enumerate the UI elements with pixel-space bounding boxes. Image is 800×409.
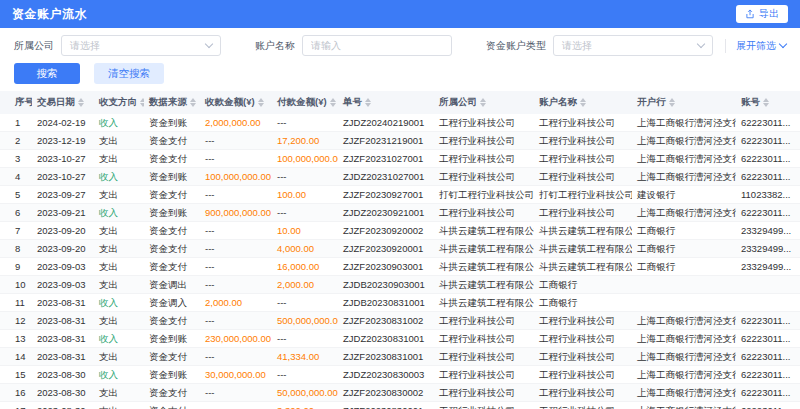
cell-direction: 收入 (94, 168, 144, 186)
sort-caret-icon[interactable] (330, 98, 336, 107)
cell-company: 工程行业科技公司 (434, 132, 534, 150)
cell-company: 打钉工程行业科技公司 (434, 186, 534, 204)
cell-account-no: 62223011... (736, 204, 800, 222)
cell-source: 资金支付 (144, 402, 200, 409)
cell-bank (632, 276, 736, 294)
cell-receipt-amount: --- (200, 312, 272, 330)
sort-caret-icon[interactable] (763, 98, 769, 107)
chevron-down-icon (779, 40, 787, 48)
cell-direction: 支出 (94, 402, 144, 409)
table-row: 72023-09-20支出资金支付---10.00ZJZF20230920002… (0, 222, 800, 240)
cell-company: 工程行业科技公司 (434, 402, 534, 409)
cell-account-name: 斗拱云建筑工程有限公司 (534, 240, 632, 258)
table-row: 12024-02-19收入资金到账2,000,000.00---ZJDZ2024… (0, 114, 800, 132)
export-button[interactable]: 导出 (736, 5, 788, 23)
column-header-company[interactable]: 所属公司 (434, 91, 534, 114)
search-button[interactable]: 搜索 (14, 63, 80, 84)
cell-payment-amount: 500,000,000.00 (272, 312, 338, 330)
cell-payment-amount: --- (272, 366, 338, 384)
cell-account-no: 62223011... (736, 114, 800, 132)
cell-account-name: 工程行业科技公司 (534, 168, 632, 186)
cell-source: 资金到账 (144, 330, 200, 348)
column-label: 数据来源 (149, 96, 187, 107)
cell-receipt-amount: 900,000,000.00 (200, 204, 272, 222)
cell-company: 斗拱云建筑工程有限公司 (434, 294, 534, 312)
cell-bank: 上海工商银行漕河泾支行 (632, 168, 736, 186)
company-select[interactable]: 请选择 (61, 35, 221, 56)
column-header-bank[interactable]: 开户行 (632, 91, 736, 114)
expand-filters-link[interactable]: 展开筛选 (725, 39, 786, 53)
cell-company: 工程行业科技公司 (434, 312, 534, 330)
cell-account-name: 工程行业科技公司 (534, 114, 632, 132)
cell-account-name: 工程行业科技公司 (534, 204, 632, 222)
column-label: 账号 (741, 96, 760, 107)
cell-account-name: 工程行业科技公司 (534, 348, 632, 366)
cell-receipt-amount: 30,000,000.00 (200, 366, 272, 384)
cell-source: 资金到账 (144, 204, 200, 222)
cell-date: 2023-09-03 (32, 276, 94, 294)
column-header-direction[interactable]: 收支方向 (94, 91, 144, 114)
table-row: 162023-08-30支出资金支付---50,000,000.00ZJZF20… (0, 384, 800, 402)
cell-receipt-amount: 230,000,000.00 (200, 330, 272, 348)
account-type-select[interactable]: 请选择 (553, 35, 713, 56)
cell-payment-amount: --- (272, 114, 338, 132)
cell-source: 资金支付 (144, 384, 200, 402)
cell-date: 2024-02-19 (32, 114, 94, 132)
cell-index: 10 (0, 276, 32, 294)
sort-caret-icon[interactable] (580, 98, 586, 107)
cell-direction: 支出 (94, 150, 144, 168)
cell-source: 资金支付 (144, 240, 200, 258)
cell-account-no: 23329499... (736, 258, 800, 276)
sort-caret-icon[interactable] (140, 98, 144, 107)
table-row: 152023-08-30收入资金到账30,000,000.00---ZJDZ20… (0, 366, 800, 384)
account-type-select-placeholder: 请选择 (562, 39, 592, 53)
table-row: 82023-09-20支出资金支付---4,000.00ZJZF20230920… (0, 240, 800, 258)
export-button-label: 导出 (759, 7, 779, 21)
cell-index: 15 (0, 366, 32, 384)
table-row: 142023-08-31支出资金支付---41,334.00ZJZF202308… (0, 348, 800, 366)
column-header-payment[interactable]: 付款金额(¥) (272, 91, 338, 114)
sort-caret-icon[interactable] (669, 98, 675, 107)
column-header-account-name[interactable]: 账户名称 (534, 91, 632, 114)
cell-order-no: ZJDZ20231027001 (338, 168, 434, 186)
cell-source: 资金支付 (144, 222, 200, 240)
table-row: 172023-08-30支出资金支付---3,300.00ZJZF2023083… (0, 402, 800, 409)
column-header-order-no[interactable]: 单号 (338, 91, 434, 114)
sort-caret-icon[interactable] (258, 98, 264, 107)
cell-order-no: ZJZF20230830001 (338, 402, 434, 409)
column-header-receipt[interactable]: 收款金额(¥) (200, 91, 272, 114)
cell-order-no: ZJZF20230831001 (338, 348, 434, 366)
cell-account-name: 工程行业科技公司 (534, 366, 632, 384)
cell-direction: 支出 (94, 186, 144, 204)
clear-search-button[interactable]: 清空搜索 (94, 63, 164, 84)
cell-account-name: 工程行业科技公司 (534, 312, 632, 330)
sort-caret-icon[interactable] (365, 98, 371, 107)
sort-caret-icon[interactable] (190, 98, 196, 107)
cell-account-no: 62223011... (736, 384, 800, 402)
page-title: 资金账户流水 (12, 6, 87, 23)
cell-payment-amount: 41,334.00 (272, 348, 338, 366)
table-row: 112023-08-31收入资金调入2,000.00---ZJDB2023083… (0, 294, 800, 312)
column-label: 收支方向 (99, 96, 137, 107)
sort-caret-icon[interactable] (480, 98, 486, 107)
cell-order-no: ZJZF20231219001 (338, 132, 434, 150)
chevron-down-icon (697, 40, 705, 48)
cell-company: 工程行业科技公司 (434, 114, 534, 132)
cell-account-name: 工程行业科技公司 (534, 330, 632, 348)
cell-order-no: ZJZF20230903001 (338, 258, 434, 276)
account-name-input[interactable] (302, 35, 452, 56)
column-header-account-no[interactable]: 账号 (736, 91, 800, 114)
cell-receipt-amount: 2,000,000.00 (200, 114, 272, 132)
table-row: 102023-09-03支出资金调出---2,000.00ZJDB2023090… (0, 276, 800, 294)
sort-caret-icon[interactable] (78, 98, 84, 107)
cell-payment-amount: --- (272, 294, 338, 312)
table-row: 22023-12-19支出资金支付---17,200.00ZJZF2023121… (0, 132, 800, 150)
cell-index: 5 (0, 186, 32, 204)
cell-bank: 上海工商银行漕河泾支行 (632, 402, 736, 409)
column-header-date[interactable]: 交易日期 (32, 91, 94, 114)
column-header-source[interactable]: 数据来源 (144, 91, 200, 114)
cell-account-no: 62223011... (736, 402, 800, 409)
cell-company: 工程行业科技公司 (434, 348, 534, 366)
filter-account-type: 资金账户类型 请选择 (486, 35, 713, 56)
cell-date: 2023-09-20 (32, 222, 94, 240)
